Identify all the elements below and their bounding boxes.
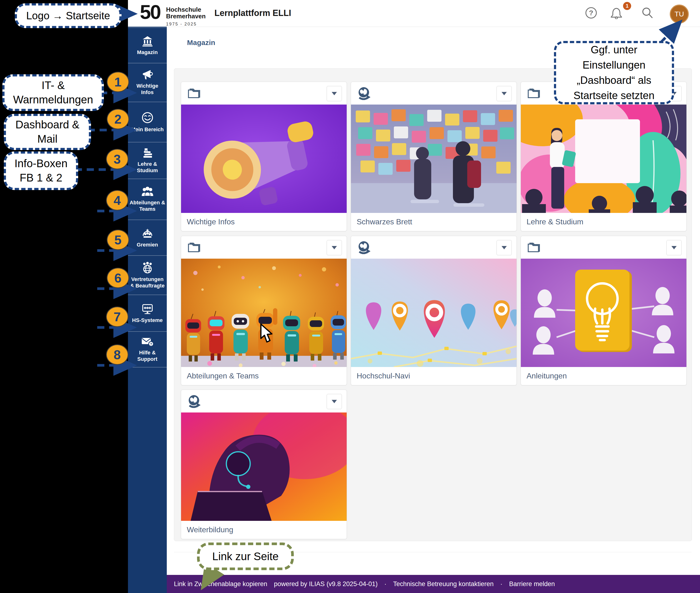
card-image-lightbulb[interactable] [521,259,687,367]
card-image-robots[interactable] [181,259,347,367]
mail-question-icon: ? [141,337,154,347]
annotation-number-6: 6 [107,268,129,288]
annotation-text: IT- & [41,78,65,93]
footer-separator: · [384,580,386,588]
card-title[interactable]: Hochschul-Navi [351,367,517,385]
chevron-down-icon [502,92,507,95]
page-title: Lernplattform ELLI [214,0,291,26]
annotation-text: Warnmeldungen [13,93,93,107]
sidebar-item-label: Wichtige Infos [130,83,165,95]
chevron-down-icon [332,246,337,249]
card-title[interactable]: Lehre & Studium [521,213,687,231]
card-image-headphones[interactable] [181,412,347,521]
card-actions-dropdown[interactable] [496,240,512,255]
top-header-bar: 50 Hochschule Bremerhaven 1975 - 2025 Le… [128,0,700,27]
card-image-presentation[interactable] [521,105,687,213]
sidebar-item-hs-systeme[interactable]: HS-Systeme [128,295,167,332]
footer-copy-link[interactable]: Link in Zwischenablage kopieren [174,580,267,588]
megaphone-icon [142,69,153,80]
logo-50-years[interactable]: 50 [140,0,160,24]
folder-icon [527,241,541,253]
sidebar-item-gremien[interactable]: Gremien [128,220,167,256]
sidebar-item-label: Lehre & Studium [130,161,165,173]
sidebar-item-abteilungen-teams[interactable]: Abteilungen & Teams [128,179,167,220]
notifications-button[interactable] [610,7,623,19]
svg-text:?: ? [150,342,152,346]
card-title[interactable]: Weiterbildung [181,521,347,539]
card-wichtige-infos: Wichtige Infos [181,82,347,231]
card-image-sticky-notes[interactable] [351,105,517,213]
annotation-text: Dashboard & [15,118,80,132]
card-actions-dropdown[interactable] [327,394,342,409]
svg-text:?: ? [589,9,593,17]
people-icon [141,187,154,197]
card-image-map-pins[interactable] [351,259,517,367]
bank-icon [142,35,153,47]
card-title[interactable]: Anleitungen [521,367,687,385]
annotation-number-4: 4 [106,190,128,210]
card-image-megaphone[interactable] [181,105,347,213]
chevron-down-icon [332,400,337,403]
sidebar-item-vertretungen[interactable]: Vertretungen & Beauftragte [128,256,167,295]
committee-icon [141,228,154,239]
card-actions-dropdown[interactable] [666,240,681,255]
sidebar-item-label: Magazin [130,49,165,55]
card-actions-dropdown[interactable] [327,86,342,101]
help-icon: ? [585,7,597,19]
annotation-infoboxen-callout: Info-Boxen FB 1 & 2 [4,152,78,190]
sidebar-item-label: Hilfe & Support [130,349,165,362]
breadcrumb[interactable]: Magazin [187,27,215,58]
card-title[interactable]: Abteilungen & Teams [181,367,347,385]
annotation-text: Logo → Startseite [26,10,110,22]
avatar[interactable]: TU [670,4,689,24]
external-link-icon [358,87,370,100]
annotation-link-callout: Link zur Seite [197,543,294,570]
annotation-number-7: 7 [106,307,128,327]
annotation-it-callout: IT- & Warnmeldungen [2,74,104,111]
sidebar-item-label: Vertretungen & Beauftragte [130,276,165,289]
logo-line2: Bremerhaven [166,13,206,19]
card-hochschul-navi: Hochschul-Navi [351,236,517,385]
search-button[interactable] [641,7,654,19]
annotation-text: Info-Boxen [14,156,67,171]
sidebar-item-label: Mein Bereich [130,126,165,133]
annotation-text: Mail [37,132,58,146]
card-title[interactable]: Schwarzes Brett [351,213,517,231]
external-link-icon [188,395,200,408]
annotation-number-2: 2 [107,109,129,129]
sidebar-item-mein-bereich[interactable]: Mein Bereich [128,102,167,143]
footer-bar: Link in Zwischenablage kopieren powered … [167,575,700,593]
external-link-icon [358,241,370,254]
annotation-text: FB 1 & 2 [20,171,63,185]
books-icon [141,148,154,158]
card-weiterbildung: Weiterbildung [181,390,347,539]
card-anleitungen: Anleitungen [521,236,687,385]
sidebar: Magazin Wichtige Infos Mein Bereich Lehr… [128,27,167,593]
card-title[interactable]: Wichtige Infos [181,213,347,231]
logo-line1: Hochschule [166,6,206,13]
chevron-down-icon [332,92,337,95]
sidebar-item-label: Gremien [130,241,165,248]
sidebar-item-hilfe-support[interactable]: ? Hilfe & Support [128,332,167,367]
card-actions-dropdown[interactable] [327,240,342,255]
sidebar-item-magazin[interactable]: Magazin [128,27,167,63]
card-schwarzes-brett: Schwarzes Brett [351,82,517,231]
bell-icon [610,7,623,19]
notification-count-badge: 1 [623,2,631,10]
chevron-down-icon [671,246,677,249]
card-abteilungen-teams: Abteilungen & Teams [181,236,347,385]
globe-people-icon [141,262,154,274]
annotation-dashboard-callout: Dashboard & Mail [4,114,91,150]
footer-report-link[interactable]: Barriere melden [509,580,555,588]
smiley-icon [141,112,154,124]
sidebar-item-label: HS-Systeme [130,317,165,323]
sidebar-item-lehre-studium[interactable]: Lehre & Studium [128,143,167,179]
folder-icon [527,87,541,99]
annotation-settings-callout: Ggf. unter Einstellungen „Dashboard“ als… [554,41,674,104]
sidebar-item-wichtige-infos[interactable]: Wichtige Infos [128,63,167,102]
university-logo[interactable]: Hochschule Bremerhaven 1975 - 2025 [166,6,206,27]
footer-powered-by[interactable]: powered by ILIAS (v9.8 2025-04-01) [274,580,378,588]
card-actions-dropdown[interactable] [496,86,512,101]
help-button[interactable]: ? [585,7,597,19]
footer-support-link[interactable]: Technische Betreuung kontaktieren [393,580,494,588]
